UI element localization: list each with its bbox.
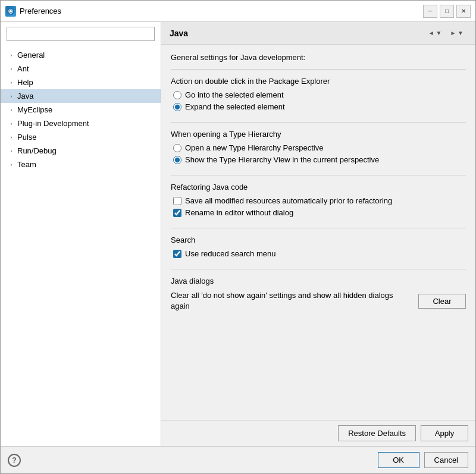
help-icon[interactable]: ? [8,454,21,467]
panel-content: General settings for Java development: A… [161,45,475,420]
sidebar-item-ant[interactable]: › Ant [1,62,161,76]
new-perspective-radio[interactable] [173,144,181,152]
java-dialogs-group: Java dialogs Clear all 'do not show agai… [171,269,466,312]
sidebar-item-team[interactable]: › Team [1,158,161,171]
sidebar-item-label: Help [17,78,33,87]
minimize-button[interactable]: ─ [423,5,437,18]
refactoring-group: Refactoring Java code Save all modified … [171,175,466,217]
restore-defaults-button[interactable]: Restore Defaults [338,425,416,441]
radio-go-into: Go into the selected element [173,90,466,99]
panel-title: Java [170,29,188,38]
sidebar-item-pulse[interactable]: › Pulse [1,130,161,144]
go-into-label: Go into the selected element [185,90,284,99]
search-input[interactable] [7,27,155,41]
expand-radio[interactable] [173,103,181,111]
window-controls: ─ □ ✕ [423,5,471,18]
save-modified-label: Save all modified resources automaticall… [185,196,392,205]
sidebar-item-label: General [17,51,45,59]
sidebar-item-plugin-development[interactable]: › Plug-in Development [1,117,161,130]
checkbox-save-modified: Save all modified resources automaticall… [173,196,466,205]
bottom-bar: ? OK Cancel [1,446,475,473]
cancel-button[interactable]: Cancel [424,452,468,468]
window-title: Preferences [20,7,61,15]
section-intro: General settings for Java development: [171,53,466,62]
panel-footer: Restore Defaults Apply [161,420,475,446]
go-into-radio[interactable] [173,91,181,99]
current-perspective-label: Show the Type Hierarchy View in the curr… [185,155,379,164]
reduced-search-label: Use reduced search menu [185,249,275,258]
current-perspective-radio[interactable] [173,156,181,164]
checkbox-reduced-search: Use reduced search menu [173,249,466,258]
nav-list: › General › Ant › Help › Java › MyEcli [1,46,161,446]
nav-back-button[interactable]: ◄ ▼ [425,28,446,38]
sidebar-item-java[interactable]: › Java [1,89,161,103]
sidebar-item-label: Team [17,160,36,169]
panel-header: Java ◄ ▼ ► ▼ [161,22,475,45]
close-button[interactable]: ✕ [456,5,471,18]
sidebar-item-label: MyEclipse [17,105,52,114]
ok-button[interactable]: OK [378,452,419,468]
sidebar-item-label: Ant [17,64,29,73]
chevron-right-icon: › [8,65,15,73]
checkbox-rename-editor: Rename in editor without dialog [173,208,466,217]
java-dialogs-label: Java dialogs [171,277,466,285]
nav-forward-button[interactable]: ► ▼ [446,28,467,38]
sidebar-item-label: Pulse [17,133,37,142]
chevron-right-icon: › [8,93,15,100]
chevron-right-icon: › [8,52,15,59]
sidebar-item-myeclipse[interactable]: › MyEclipse [1,103,161,117]
maximize-button[interactable]: □ [440,5,454,18]
search-label: Search [171,236,466,244]
sidebar-item-label: Java [17,92,33,101]
main-panel: Java ◄ ▼ ► ▼ General settings for Java d… [161,22,475,446]
panel-nav-icons: ◄ ▼ ► ▼ [425,28,467,38]
sidebar-item-help[interactable]: › Help [1,76,161,89]
radio-new-perspective: Open a new Type Hierarchy Perspective [173,143,466,152]
save-modified-checkbox[interactable] [173,197,181,205]
type-hierarchy-group: When opening a Type Hierarchy Open a new… [171,122,466,164]
type-hierarchy-label: When opening a Type Hierarchy [171,130,466,139]
expand-label: Expand the selected element [185,102,285,111]
sidebar-item-run-debug[interactable]: › Run/Debug [1,144,161,158]
java-dialogs-row: Clear all 'do not show again' settings a… [171,290,466,312]
chevron-right-icon: › [8,79,15,86]
package-explorer-group: Action on double click in the Package Ex… [171,69,466,111]
title-bar: Preferences ─ □ ✕ [1,1,475,22]
package-explorer-label: Action on double click in the Package Ex… [171,77,466,86]
app-icon [5,6,16,17]
chevron-right-icon: › [8,106,15,114]
new-perspective-label: Open a new Type Hierarchy Perspective [185,143,323,152]
sidebar-item-label: Run/Debug [17,146,57,155]
chevron-right-icon: › [8,134,15,141]
sidebar: › General › Ant › Help › Java › MyEcli [1,22,161,446]
sidebar-item-general[interactable]: › General [1,48,161,62]
chevron-right-icon: › [8,120,15,127]
content-area: › General › Ant › Help › Java › MyEcli [1,22,475,446]
clear-button[interactable]: Clear [418,294,466,309]
java-dialogs-description: Clear all 'do not show again' settings a… [171,290,411,312]
refactoring-label: Refactoring Java code [171,183,466,192]
radio-current-perspective: Show the Type Hierarchy View in the curr… [173,155,466,164]
chevron-right-icon: › [8,161,15,168]
chevron-right-icon: › [8,147,15,155]
radio-expand: Expand the selected element [173,102,466,111]
sidebar-item-label: Plug-in Development [17,119,89,128]
preferences-window: Preferences ─ □ ✕ › General › Ant › [0,0,476,474]
bottom-buttons: OK Cancel [378,452,468,468]
apply-button[interactable]: Apply [421,425,468,441]
rename-editor-checkbox[interactable] [173,209,181,217]
title-bar-left: Preferences [5,6,61,17]
svg-point-1 [10,10,12,12]
search-group: Search Use reduced search menu [171,228,466,258]
rename-editor-label: Rename in editor without dialog [185,208,293,217]
reduced-search-checkbox[interactable] [173,250,181,258]
